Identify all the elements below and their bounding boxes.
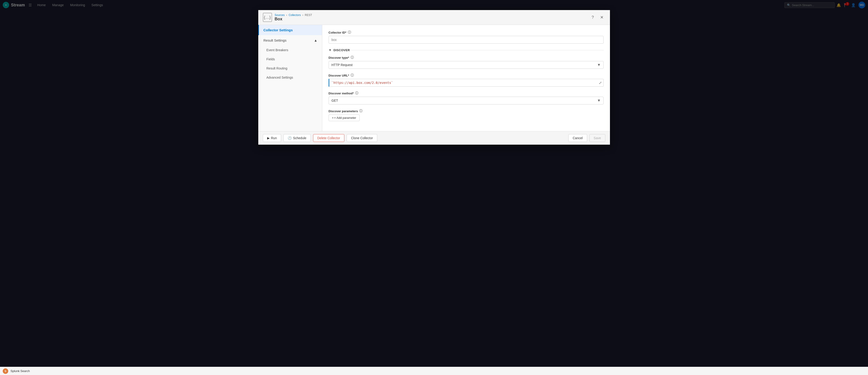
chevron-up-icon: ▲	[314, 38, 317, 42]
modal-header-actions: ? ✕	[589, 14, 606, 21]
discover-url-help-icon[interactable]: ⓘ	[350, 74, 354, 78]
collector-id-group: Collector ID* ⓘ	[329, 30, 603, 44]
help-button[interactable]: ?	[589, 14, 596, 21]
sidebar-subitem-fields[interactable]: Fields	[258, 55, 322, 64]
sidebar-subitem-advanced-settings[interactable]: Advanced Settings	[258, 73, 322, 82]
breadcrumb-collectors[interactable]: Collectors	[289, 13, 301, 17]
modal-entity-icon: {…}	[263, 13, 272, 22]
breadcrumb-rest: REST	[305, 13, 312, 17]
modal-header-info: Sources › Collectors › REST Box	[275, 13, 587, 22]
discover-type-label: Discover type* ⓘ	[329, 56, 603, 60]
discover-method-group: Discover method* ⓘ GET ▼	[329, 91, 603, 105]
modal-content-area: Collector ID* ⓘ ▼ DISCOVER Discover type…	[322, 25, 610, 131]
play-icon: ▶	[267, 136, 270, 140]
save-button[interactable]: Save	[589, 134, 606, 142]
clone-collector-button[interactable]: Clone Collector	[347, 134, 377, 142]
discover-params-label: Discover parameters ⓘ	[329, 109, 603, 113]
run-button[interactable]: ▶ Run	[263, 134, 281, 142]
plus-icon: +	[332, 116, 334, 119]
sidebar-item-result-settings[interactable]: Result Settings ▲	[258, 35, 322, 46]
sidebar-item-collector-settings[interactable]: Collector Settings	[258, 25, 322, 35]
collector-id-input[interactable]	[329, 36, 603, 44]
splunk-search-bar: S Splunk Search	[0, 367, 868, 375]
modal-sidebar: Collector Settings Result Settings ▲ Eve…	[258, 25, 322, 131]
discover-params-group: Discover parameters ⓘ + + Add parameter	[329, 109, 603, 121]
cancel-button[interactable]: Cancel	[568, 134, 587, 142]
splunk-label: Splunk Search	[10, 369, 30, 373]
discover-url-input[interactable]	[329, 79, 603, 87]
add-parameter-button[interactable]: + + Add parameter	[329, 114, 360, 121]
schedule-button[interactable]: 🕐 Schedule	[283, 134, 311, 142]
url-expand-button[interactable]: ⤢	[599, 81, 602, 85]
sidebar-subitem-result-routing[interactable]: Result Routing	[258, 64, 322, 73]
discover-url-group: Discover URL* ⓘ ⤢	[329, 74, 603, 87]
discover-type-select[interactable]: HTTP Request	[329, 61, 603, 69]
discover-method-select[interactable]: GET	[329, 97, 603, 105]
discover-type-group: Discover type* ⓘ HTTP Request ▼	[329, 56, 603, 69]
close-button[interactable]: ✕	[598, 14, 606, 21]
clock-icon: 🕐	[288, 136, 291, 140]
sidebar-subitem-event-breakers[interactable]: Event Breakers	[258, 46, 322, 55]
splunk-avatar: S	[3, 368, 8, 374]
discover-type-help-icon[interactable]: ⓘ	[350, 56, 354, 60]
modal-overlay: {…} Sources › Collectors › REST Box ? ✕	[0, 0, 868, 375]
breadcrumb: Sources › Collectors › REST	[275, 13, 587, 17]
collector-id-help-icon[interactable]: ⓘ	[348, 30, 351, 34]
discover-type-select-wrapper: HTTP Request ▼	[329, 61, 603, 69]
modal-footer: ▶ Run 🕐 Schedule Delete Collector Clone …	[258, 131, 610, 145]
discover-url-wrapper: ⤢	[329, 79, 603, 87]
collector-id-label: Collector ID* ⓘ	[329, 30, 603, 34]
delete-collector-button[interactable]: Delete Collector	[313, 134, 345, 142]
chevron-down-icon: ▼	[329, 48, 332, 52]
discover-method-help-icon[interactable]: ⓘ	[355, 91, 358, 95]
discover-method-select-wrapper: GET ▼	[329, 97, 603, 105]
discover-method-label: Discover method* ⓘ	[329, 91, 603, 95]
modal-title: Box	[275, 17, 587, 22]
modal-body: Collector Settings Result Settings ▲ Eve…	[258, 25, 610, 131]
discover-section-divider[interactable]: ▼ DISCOVER	[329, 48, 603, 52]
modal-dialog: {…} Sources › Collectors › REST Box ? ✕	[258, 10, 610, 145]
breadcrumb-sources[interactable]: Sources	[275, 13, 285, 17]
discover-url-label: Discover URL* ⓘ	[329, 74, 603, 78]
modal-header: {…} Sources › Collectors › REST Box ? ✕	[258, 10, 610, 25]
discover-params-help-icon[interactable]: ⓘ	[359, 109, 363, 113]
